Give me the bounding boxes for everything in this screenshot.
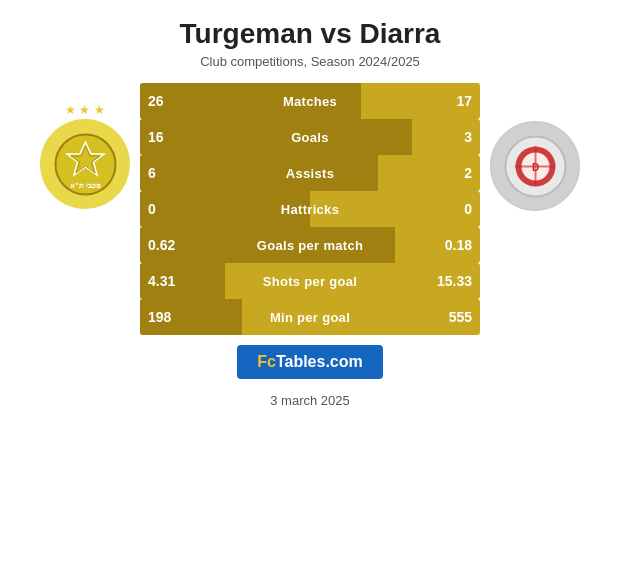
stat-label: Matches <box>188 94 432 109</box>
stats-container: 26Matches1716Goals36Assists20Hattricks00… <box>140 83 480 335</box>
stat-label: Hattricks <box>188 202 432 217</box>
stat-row-hattricks: 0Hattricks0 <box>140 191 480 227</box>
right-team-emblem: D <box>503 134 568 199</box>
stat-left-value: 6 <box>148 165 188 181</box>
stat-row-goals-per-match: 0.62Goals per match0.18 <box>140 227 480 263</box>
subtitle: Club competitions, Season 2024/2025 <box>200 54 420 69</box>
fctables-logo-box: FcTables.com <box>237 345 383 379</box>
stat-left-value: 198 <box>148 309 188 325</box>
stat-label: Assists <box>188 166 432 181</box>
stat-left-value: 4.31 <box>148 273 188 289</box>
stat-label: Goals <box>188 130 432 145</box>
right-team-area: D <box>480 83 590 211</box>
stat-row-goals: 16Goals3 <box>140 119 480 155</box>
stat-right-value: 555 <box>432 309 472 325</box>
stat-left-value: 0 <box>148 201 188 217</box>
stat-left-value: 26 <box>148 93 188 109</box>
fctables-branding: FcTables.com <box>237 345 383 379</box>
stat-label: Shots per goal <box>188 274 432 289</box>
stat-right-value: 3 <box>432 129 472 145</box>
stat-right-value: 17 <box>432 93 472 109</box>
left-team-stars: ★ ★ ★ <box>65 103 105 117</box>
stat-right-value: 2 <box>432 165 472 181</box>
stat-label: Goals per match <box>188 238 432 253</box>
svg-text:מכבי ת"א: מכבי ת"א <box>70 182 100 189</box>
left-team-emblem: מכבי ת"א <box>53 132 118 197</box>
svg-text:D: D <box>531 162 538 173</box>
left-team-area: ★ ★ ★ מכבי ת"א <box>30 83 140 209</box>
stat-right-value: 0 <box>432 201 472 217</box>
stat-right-value: 15.33 <box>432 273 472 289</box>
left-team-logo: מכבי ת"א <box>40 119 130 209</box>
page-title: Turgeman vs Diarra <box>180 18 441 50</box>
stat-row-matches: 26Matches17 <box>140 83 480 119</box>
right-team-logo: D <box>490 121 580 211</box>
fctables-text: Tables.com <box>276 353 363 370</box>
stat-row-min-per-goal: 198Min per goal555 <box>140 299 480 335</box>
date-label: 3 march 2025 <box>270 393 350 408</box>
stat-row-shots-per-goal: 4.31Shots per goal15.33 <box>140 263 480 299</box>
stat-right-value: 0.18 <box>432 237 472 253</box>
stat-label: Min per goal <box>188 310 432 325</box>
stat-row-assists: 6Assists2 <box>140 155 480 191</box>
stat-left-value: 16 <box>148 129 188 145</box>
stat-left-value: 0.62 <box>148 237 188 253</box>
